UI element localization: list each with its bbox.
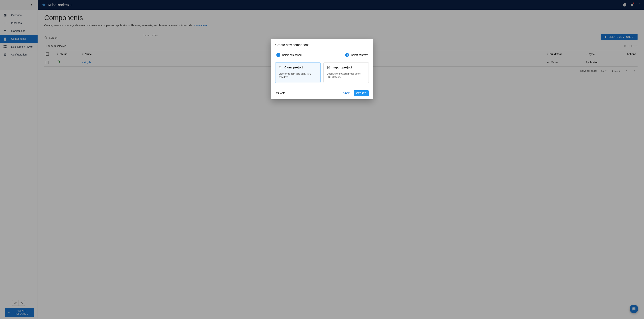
step-active-circle: 2	[345, 53, 349, 57]
step2-label: Select strategy	[351, 53, 368, 56]
create-button[interactable]: CREATE	[354, 90, 369, 96]
step1-label: Select component	[282, 53, 302, 56]
modal-title: Create new component	[275, 43, 369, 47]
card-import-desc: Onboard your existing code to the EDP pl…	[327, 72, 365, 79]
step-connector	[304, 55, 343, 55]
step-done-circle	[276, 53, 280, 57]
check-icon	[277, 54, 280, 56]
step-select-strategy: 2 Select strategy	[345, 53, 368, 57]
strategy-card-import[interactable]: Import project Onboard your existing cod…	[324, 62, 369, 83]
clone-icon	[279, 66, 282, 69]
cancel-button[interactable]: CANCEL	[275, 90, 287, 96]
back-button[interactable]: BACK	[342, 90, 350, 96]
modal-overlay[interactable]: Create new component Select component 2 …	[0, 0, 644, 319]
card-clone-desc: Clone code from third-party VCS provider…	[279, 72, 317, 79]
card-clone-title: Clone project	[284, 66, 303, 69]
card-import-title: Import project	[332, 66, 352, 69]
modal-stepper: Select component 2 Select strategy	[275, 53, 369, 57]
create-component-modal: Create new component Select component 2 …	[271, 39, 373, 99]
strategy-card-clone[interactable]: Clone project Clone code from third-part…	[275, 62, 320, 83]
import-icon	[327, 66, 330, 69]
step-select-component: Select component	[276, 53, 302, 57]
